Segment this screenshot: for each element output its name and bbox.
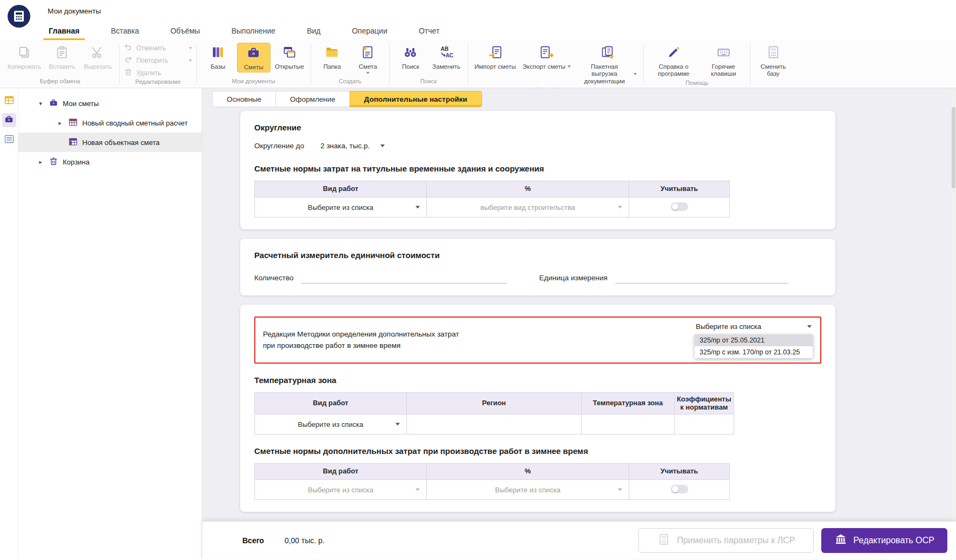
temperature-zone-cell[interactable] [582, 414, 675, 434]
column-header: Учитывать [629, 464, 730, 480]
replace-button[interactable]: АВАС Заменить [430, 43, 463, 71]
winter-costs-table: Вид работ % Учитывать Выберите из списка… [254, 463, 730, 500]
estimates-button[interactable]: Сметы [237, 43, 271, 73]
consider-toggle[interactable] [671, 202, 688, 211]
calculator-icon [766, 45, 781, 62]
winter-work-type-select[interactable]: Выберите из списка [255, 480, 426, 499]
copy-button[interactable]: Копировать [5, 43, 43, 71]
summary-grid-icon [68, 117, 78, 129]
table-row: Выберите из списка [255, 414, 734, 434]
import-icon [488, 45, 503, 62]
tab-main[interactable]: Основные [212, 91, 276, 107]
tree-item-summary-estimate[interactable]: ▸ Новый сводный сметный расчет [18, 113, 202, 133]
window-title: Мои документы [48, 7, 101, 15]
cut-button[interactable]: Вырезать [81, 43, 115, 71]
paste-button[interactable]: Вставить [45, 43, 79, 71]
apply-parameters-button[interactable]: Применить параметры к ЛСР [638, 528, 814, 553]
export-icon [539, 45, 554, 62]
total-value: 0,00 тыс. р. [285, 536, 325, 545]
rounding-card: Округление Округление до 2 знака, тыс.р.… [240, 111, 835, 229]
batch-export-button[interactable]: Пакетная выгрузка документации [575, 43, 639, 86]
menu-tab-insert[interactable]: Вставка [110, 23, 140, 39]
bases-button[interactable]: Базы [201, 43, 235, 71]
help-about-button[interactable]: Справка о программе [648, 43, 699, 79]
left-rail [0, 88, 18, 559]
tab-advanced-settings[interactable]: Дополнительные настройки [350, 91, 482, 107]
column-header: Коэффициенты к нормативам [675, 393, 734, 414]
winter-method-highlight: Редакция Методики определения дополнител… [254, 317, 821, 364]
export-estimate-button[interactable]: Экспорт сметы [520, 43, 573, 71]
menu-tab-report[interactable]: Отчет [418, 23, 440, 39]
ribbon-group-help: Справка о программе Горячие клавиши Помо… [644, 40, 750, 88]
winter-method-dropdown: Выберите из списка 325/пр от 25.05.2021 … [695, 322, 813, 358]
svg-text:АВ: АВ [441, 46, 449, 52]
chevron-right-icon[interactable]: ▸ [56, 120, 64, 127]
coefficients-cell[interactable] [675, 414, 734, 434]
ribbon-group-my-documents: Базы Сметы Открытые Мои документы [197, 40, 311, 88]
section-title-winter-costs: Сметные нормы дополнительных затрат при … [254, 446, 821, 456]
quantity-input[interactable] [301, 272, 507, 284]
tree-item-recycle-bin[interactable]: ▸ Корзина [18, 152, 202, 172]
work-type-select[interactable]: Выберите из списка [255, 197, 426, 217]
chevron-right-icon[interactable]: ▸ [37, 159, 44, 166]
section-title-rounding: Округление [254, 123, 821, 132]
chevron-down-icon [618, 489, 622, 491]
ribbon-group-change-base: Сменить базу [750, 40, 796, 88]
rail-estimates-button[interactable] [2, 113, 16, 127]
ribbon-group-label: Редактирование [124, 78, 192, 87]
menu-tab-home[interactable]: Главная [48, 23, 81, 39]
menu-tab-execution[interactable]: Выполнение [230, 23, 276, 39]
winter-percent-select[interactable]: Выберите из списка [427, 480, 629, 499]
briefcase-icon [49, 98, 58, 109]
create-folder-button[interactable]: Папка [315, 43, 349, 71]
tree-item-object-estimate[interactable]: Новая объектная смета [18, 133, 202, 152]
zone-work-type-select[interactable]: Выберите из списка [255, 414, 406, 434]
search-button[interactable]: Поиск [394, 43, 427, 71]
column-header: Вид работ [255, 181, 427, 197]
chevron-down-icon [380, 144, 385, 147]
trash-icon [124, 68, 133, 78]
undo-button[interactable]: Отменить [124, 43, 192, 53]
hotkeys-button[interactable]: Горячие клавиши [701, 43, 746, 79]
bases-icon [210, 45, 225, 62]
winter-method-option-2[interactable]: 325/пр с изм. 170/пр от 21.03.25 [695, 346, 813, 358]
create-estimate-button[interactable]: Смета [351, 43, 385, 75]
ribbon-group-editing: Отменить Повторить Удалить Редактировани… [120, 40, 196, 88]
document-tree: ▾ Мои сметы ▸ Новый сводный сметный расч… [18, 88, 202, 559]
ribbon-group-label: Поиск [394, 77, 463, 87]
import-estimate-button[interactable]: Импорт сметы [472, 43, 518, 71]
ribbon: Копировать Вставить Вырезать Буфер обмен… [0, 40, 956, 88]
construction-type-select[interactable]: выберите вид строительства [427, 197, 629, 217]
column-header: % [427, 464, 629, 480]
delete-button[interactable]: Удалить [124, 68, 192, 78]
menu-tab-view[interactable]: Вид [306, 23, 321, 39]
binoculars-icon [403, 45, 418, 62]
menu-tab-operations[interactable]: Операции [351, 23, 388, 39]
footer-bar: Всего 0,00 тыс. р. Применить параметры к… [202, 522, 956, 559]
rail-open-list-button[interactable] [2, 133, 16, 147]
menu-tab-volumes[interactable]: Объёмы [169, 23, 201, 39]
change-base-button[interactable]: Сменить базу [755, 43, 792, 79]
rounding-select[interactable]: 2 знака, тыс.р. [320, 142, 385, 150]
unit-input[interactable] [615, 272, 788, 284]
edit-osr-button[interactable]: Редактировать ОСР [821, 528, 947, 553]
chevron-down-icon[interactable]: ▾ [37, 100, 44, 107]
redo-icon [124, 55, 133, 65]
tree-item-my-estimates[interactable]: ▾ Мои сметы [18, 94, 202, 113]
region-cell[interactable] [407, 414, 582, 434]
chevron-down-icon [189, 60, 192, 62]
open-documents-button[interactable]: Открытые [273, 43, 306, 71]
tab-design[interactable]: Оформление [275, 91, 350, 107]
redo-button[interactable]: Повторить [124, 55, 192, 65]
rail-bases-button[interactable] [2, 94, 16, 108]
ribbon-group-label: Мои документы [201, 77, 306, 87]
vertical-scrollbar[interactable] [952, 91, 955, 557]
winter-method-select[interactable]: Выберите из списка [695, 322, 813, 333]
scrollbar-thumb[interactable] [952, 107, 955, 188]
section-title-temp-buildings: Сметные нормы затрат на титульные времен… [254, 164, 821, 173]
chevron-down-icon [189, 47, 192, 49]
pencil-icon [667, 45, 681, 62]
trash-icon [49, 156, 58, 168]
winter-method-option-1[interactable]: 325/пр от 25.05.2021 [695, 334, 813, 346]
winter-consider-toggle[interactable] [671, 485, 688, 493]
